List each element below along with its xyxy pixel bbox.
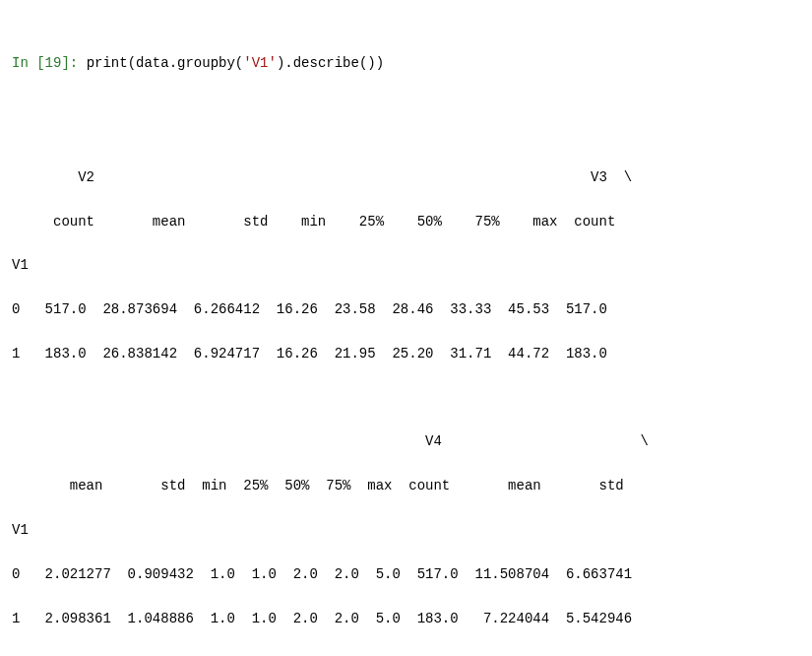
code-open-paren: ( — [128, 55, 136, 71]
input-line: In [19]: print(data.groupby('V1').descri… — [12, 52, 800, 74]
output-block2-header1: V4 \ — [12, 430, 800, 452]
output-block1-row0: 0 517.0 28.873694 6.266412 16.26 23.58 2… — [12, 298, 800, 320]
code-expr1: data.groupby( — [136, 55, 243, 71]
output-block1-index: V1 — [12, 254, 800, 276]
jupyter-cell: In [19]: print(data.groupby('V1').descri… — [0, 0, 812, 656]
output-block1-header2: count mean std min 25% 50% 75% max count — [12, 211, 800, 232]
code-string: 'V1' — [243, 55, 277, 71]
output-block2-row0: 0 2.021277 0.909432 1.0 1.0 2.0 2.0 5.0 … — [12, 563, 800, 585]
output-blank1 — [12, 387, 800, 409]
output-block1-header1: V2 V3 \ — [12, 166, 800, 188]
input-prompt: In [19]: — [12, 55, 87, 71]
output-area: V2 V3 \ count mean std min 25% 50% 75% m… — [12, 144, 800, 656]
output-block2-header2: mean std min 25% 50% 75% max count mean … — [12, 475, 800, 496]
output-block2-row1: 1 2.098361 1.048886 1.0 1.0 2.0 2.0 5.0 … — [12, 608, 800, 629]
code-expr2: ).describe() — [277, 55, 376, 71]
output-block2-index: V1 — [12, 519, 800, 541]
output-blank2 — [12, 651, 800, 656]
code-close-paren: ) — [376, 55, 384, 71]
output-block1-row1: 1 183.0 26.838142 6.924717 16.26 21.95 2… — [12, 343, 800, 364]
code-fn: print — [87, 55, 128, 71]
